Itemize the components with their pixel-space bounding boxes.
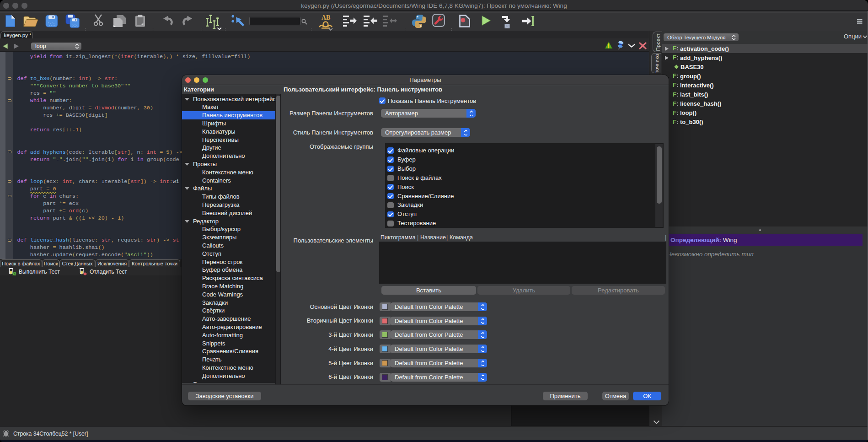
svg-text:точника: точника	[654, 54, 659, 73]
svg-text:AB: AB	[321, 14, 330, 21]
svg-text:Проект: Проект	[655, 33, 661, 51]
